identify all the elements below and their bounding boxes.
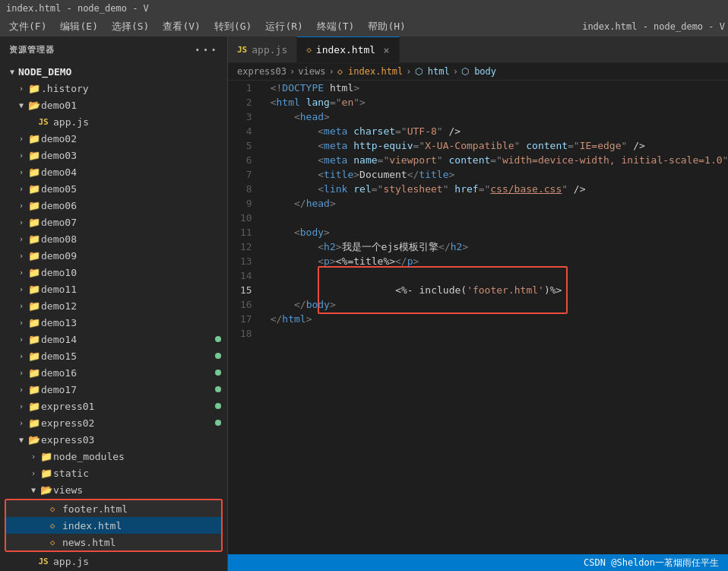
sidebar-item-demo03[interactable]: ›📁demo03 xyxy=(0,147,227,163)
code-tok xyxy=(271,138,318,153)
sidebar-item-demo01-appjs[interactable]: JS app.js xyxy=(0,113,227,130)
code-tok: " xyxy=(514,138,521,153)
tab-close-button[interactable]: × xyxy=(383,44,389,56)
code-line-1: <!DOCTYPE html> xyxy=(271,81,722,95)
code-tok: Document xyxy=(359,167,407,182)
code-tok: < xyxy=(318,182,324,196)
folder-icon-demo11: 📁 xyxy=(27,284,41,295)
tree-label-demo01: demo01 xyxy=(41,100,77,111)
line-numbers: 1 2 3 4 5 6 7 8 9 10 11 12 13 14 15 16 1… xyxy=(228,81,264,554)
tab-appjs[interactable]: JS app.js xyxy=(228,36,297,62)
code-tok xyxy=(271,297,294,312)
sidebar-item-express03-appjs[interactable]: JS app.js xyxy=(0,553,227,569)
tree-label-express03-appjs: app.js xyxy=(53,556,89,567)
sidebar-item-demo16[interactable]: ›📁demo16 xyxy=(0,364,227,381)
code-tok: meta xyxy=(324,153,347,167)
sidebar-item-express01[interactable]: ›📁express01 xyxy=(0,398,227,414)
sidebar-item-demo12[interactable]: ›📁demo12 xyxy=(0,297,227,314)
sidebar-item-demo15[interactable]: ›📁demo15 xyxy=(0,347,227,364)
sidebar-item-demo10[interactable]: ›📁demo10 xyxy=(0,264,227,281)
menu-run[interactable]: 运行(R) xyxy=(259,18,309,35)
code-content: <!DOCTYPE html> <html lang="en"> <head> … xyxy=(264,81,728,554)
code-tok xyxy=(347,124,353,138)
sidebar-item-demo13[interactable]: ›📁demo13 xyxy=(0,314,227,331)
code-tok: < xyxy=(318,153,324,167)
sidebar-item-demo01[interactable]: ▼ 📂 demo01 xyxy=(0,97,227,113)
code-tok: title xyxy=(324,167,353,182)
code-tok: link xyxy=(324,182,347,196)
sidebar-item-news-html[interactable]: ◇ news.html xyxy=(6,534,221,550)
folder-icon-demo04: 📁 xyxy=(27,167,41,178)
menu-terminal[interactable]: 终端(T) xyxy=(311,18,360,35)
code-tok xyxy=(347,153,353,167)
code-line-5: <meta http-equiv="X-UA-Compatible" conte… xyxy=(271,138,722,153)
code-tok: DOCTYPE xyxy=(282,81,324,95)
dot-demo15 xyxy=(215,353,221,359)
folder-icon-demo17: 📁 xyxy=(27,384,41,395)
code-tok xyxy=(347,138,353,153)
folder-icon-demo08: 📁 xyxy=(27,233,41,245)
code-tok: title xyxy=(419,167,448,182)
sidebar-item-demo06[interactable]: ›📁demo06 xyxy=(0,197,227,214)
tree-label-demo16: demo16 xyxy=(41,367,77,379)
ejs-include-highlight: <%- include('footer.html')%> xyxy=(318,266,568,314)
sidebar-item-history[interactable]: › 📁 .history xyxy=(0,80,227,97)
editor-area: JS app.js ◇ index.html × express03 › vie… xyxy=(228,36,728,571)
sidebar-more-button[interactable]: ··· xyxy=(194,43,218,57)
folder-icon-demo10: 📁 xyxy=(27,267,41,278)
code-tok: </ xyxy=(407,167,419,182)
sidebar-item-express03[interactable]: ▼ 📂 express03 xyxy=(0,431,227,448)
breadcrumb-indexhtml[interactable]: ◇ index.html xyxy=(337,66,404,77)
code-line-10 xyxy=(271,211,722,225)
sidebar-item-footer-html[interactable]: ◇ footer.html xyxy=(6,500,221,517)
code-tok xyxy=(443,153,449,167)
folder-icon-demo06: 📁 xyxy=(27,200,41,211)
menu-file[interactable]: 文件(F) xyxy=(3,18,52,35)
sidebar-item-demo17[interactable]: ›📁demo17 xyxy=(0,381,227,398)
sidebar-item-demo07[interactable]: ›📁demo07 xyxy=(0,214,227,230)
js-icon-express03-appjs: JS xyxy=(36,557,50,566)
menu-select[interactable]: 选择(S) xyxy=(106,18,155,35)
sidebar-item-demo14[interactable]: ›📁demo14 xyxy=(0,331,227,347)
code-tok: <! xyxy=(271,81,283,95)
html-icon-footer: ◇ xyxy=(46,504,59,514)
sidebar-item-demo08[interactable]: ›📁demo08 xyxy=(0,230,227,247)
tree-label-demo06: demo06 xyxy=(41,200,77,211)
breadcrumb-body[interactable]: ⬡ body xyxy=(461,66,496,77)
tab-indexhtml[interactable]: ◇ index.html × xyxy=(297,36,399,62)
sidebar-item-views[interactable]: ▼📂views xyxy=(0,481,227,498)
code-tok: < xyxy=(318,167,324,182)
sidebar-item-index-html[interactable]: ◇ index.html xyxy=(6,517,221,534)
menu-goto[interactable]: 转到(G) xyxy=(208,18,258,35)
sidebar-item-demo11[interactable]: ›📁demo11 xyxy=(0,281,227,297)
code-tok xyxy=(271,182,318,196)
sidebar-title: 资源管理器 xyxy=(9,44,55,56)
sidebar-item-demo02[interactable]: ›📁demo02 xyxy=(0,130,227,147)
code-line-2: <html lang="en"> xyxy=(271,95,722,109)
tab-appjs-label: app.js xyxy=(252,44,287,56)
breadcrumb-html[interactable]: ⬡ html xyxy=(415,66,450,77)
menu-view[interactable]: 查看(V) xyxy=(157,18,206,35)
sidebar-item-demo09[interactable]: ›📁demo09 xyxy=(0,247,227,264)
breadcrumb-views[interactable]: views xyxy=(298,66,325,77)
sidebar-item-express02[interactable]: ›📁express02 xyxy=(0,414,227,431)
tree-label-express01: express01 xyxy=(41,401,94,412)
sidebar-item-node-modules[interactable]: ›📁node_modules xyxy=(0,448,227,465)
menu-help[interactable]: 帮助(H) xyxy=(362,18,411,35)
tree-label-demo14: demo14 xyxy=(41,334,77,345)
sidebar-item-demo05[interactable]: ›📁demo05 xyxy=(0,180,227,197)
code-tok: > xyxy=(330,196,336,211)
code-tok: < xyxy=(318,124,324,138)
sidebar-item-node-demo[interactable]: ▼ NODE_DEMO xyxy=(0,63,227,80)
sidebar-item-demo04[interactable]: ›📁demo04 xyxy=(0,163,227,180)
code-tok: =" xyxy=(413,138,426,153)
folder-icon-demo14: 📁 xyxy=(27,334,41,345)
tree-label-demo17: demo17 xyxy=(41,384,77,395)
code-tok: 我是一个ejs模板引擎 xyxy=(342,240,438,254)
folder-icon-demo01: 📂 xyxy=(27,100,41,111)
sidebar-item-static[interactable]: ›📁static xyxy=(0,465,227,481)
menu-edit[interactable]: 编辑(E) xyxy=(54,18,103,35)
code-tok: include( xyxy=(413,284,467,296)
folder-icon-demo13: 📁 xyxy=(27,317,41,328)
breadcrumb-express03[interactable]: express03 xyxy=(237,66,286,77)
